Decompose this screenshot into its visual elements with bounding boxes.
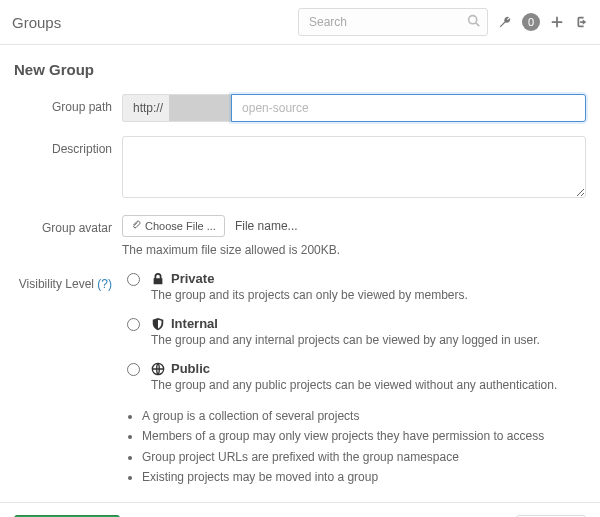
visibility-title-text: Private	[171, 271, 214, 286]
lock-icon	[151, 272, 165, 286]
label-group-path: Group path	[14, 94, 122, 114]
todos-badge[interactable]: 0	[522, 13, 540, 31]
visibility-label-text: Visibility Level	[19, 277, 94, 291]
visibility-option-private: Private The group and its projects can o…	[122, 271, 586, 302]
visibility-desc-public: The group and any public projects can be…	[151, 378, 586, 392]
label-visibility: Visibility Level (?)	[14, 271, 122, 291]
group-path-input[interactable]	[231, 94, 586, 122]
shield-icon	[151, 317, 165, 331]
search-wrap	[298, 8, 488, 36]
list-item: Members of a group may only view project…	[142, 426, 586, 446]
file-name: File name...	[235, 219, 298, 233]
visibility-title-private: Private	[151, 271, 586, 286]
list-item: Group project URLs are prefixed with the…	[142, 447, 586, 467]
avatar-hint: The maximum file size allowed is 200KB.	[122, 243, 586, 257]
visibility-title-text: Internal	[171, 316, 218, 331]
search-icon	[467, 14, 480, 30]
description-textarea[interactable]	[122, 136, 586, 198]
list-item: Existing projects may be moved into a gr…	[142, 467, 586, 487]
page-title: New Group	[14, 61, 586, 78]
visibility-option-public: Public The group and any public projects…	[122, 361, 586, 392]
visibility-title-internal: Internal	[151, 316, 586, 331]
globe-icon	[151, 362, 165, 376]
radio-internal[interactable]	[127, 318, 140, 331]
row-avatar: Group avatar Choose File ... File name..…	[14, 215, 586, 257]
visibility-desc-internal: The group and any internal projects can …	[151, 333, 586, 347]
choose-file-button[interactable]: Choose File ...	[122, 215, 225, 237]
svg-line-1	[476, 23, 479, 26]
wrench-icon[interactable]	[498, 15, 512, 29]
page-section-title: Groups	[12, 14, 61, 31]
svg-point-0	[469, 16, 477, 24]
row-group-path: Group path http://	[14, 94, 586, 122]
radio-public[interactable]	[127, 363, 140, 376]
visibility-help-link[interactable]: (?)	[97, 277, 112, 291]
form-footer: Create group Cancel	[0, 502, 600, 517]
path-prefix: http://	[122, 94, 231, 122]
visibility-option-internal: Internal The group and any internal proj…	[122, 316, 586, 347]
group-path-wrap: http://	[122, 94, 586, 122]
plus-icon[interactable]	[550, 15, 564, 29]
path-scheme: http://	[123, 101, 169, 115]
toolbar: 0	[494, 13, 588, 31]
path-domain-redacted	[169, 95, 231, 121]
attach-icon	[131, 220, 141, 232]
list-item: A group is a collection of several proje…	[142, 406, 586, 426]
label-avatar: Group avatar	[14, 215, 122, 235]
choose-file-label: Choose File ...	[145, 220, 216, 232]
topbar: Groups 0	[0, 0, 600, 45]
page-body: New Group Group path http:// Description…	[0, 45, 600, 488]
visibility-title-text: Public	[171, 361, 210, 376]
label-description: Description	[14, 136, 122, 156]
row-visibility: Visibility Level (?) Private The group a…	[14, 271, 586, 488]
visibility-desc-private: The group and its projects can only be v…	[151, 288, 586, 302]
signout-icon[interactable]	[574, 15, 588, 29]
visibility-title-public: Public	[151, 361, 586, 376]
radio-private[interactable]	[127, 273, 140, 286]
group-notes: A group is a collection of several proje…	[122, 406, 586, 488]
file-row: Choose File ... File name...	[122, 215, 586, 237]
row-description: Description	[14, 136, 586, 201]
search-input[interactable]	[298, 8, 488, 36]
